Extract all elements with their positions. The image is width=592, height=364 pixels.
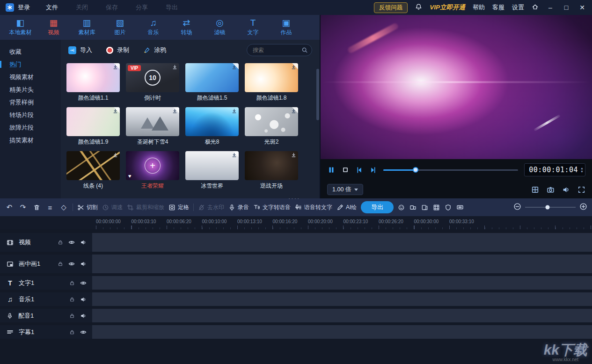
search-input[interactable] [253,47,301,53]
settings-button[interactable]: 设置 [512,3,524,12]
close-button[interactable]: ✕ [578,4,586,11]
tab-music[interactable]: ♫ 音乐 [137,18,170,36]
timecode-up-button[interactable]: ▲ [580,167,584,170]
track-lane[interactable] [92,276,592,290]
thumbnail[interactable] [185,151,239,180]
download-icon[interactable] [231,152,237,158]
thumbnail[interactable] [66,107,120,136]
support-button[interactable]: 客服 [492,3,504,12]
speaker-icon[interactable] [80,296,87,303]
library-item-kings-glory[interactable]: ♥ + 王者荣耀 [126,151,179,190]
zoom-in-icon[interactable] [579,203,587,212]
track-lane[interactable] [92,233,592,252]
playback-speed-select[interactable]: 1.00 倍 [327,184,363,195]
download-icon[interactable] [172,64,178,70]
download-icon[interactable] [112,108,118,114]
thumbnail[interactable] [245,63,298,92]
download-icon[interactable] [291,152,297,158]
track-lane[interactable] [92,255,592,273]
lock-icon[interactable] [69,329,75,335]
cut-button[interactable]: 切割 [77,204,98,211]
sidebar-item-intros[interactable]: 精美片头 [0,83,61,96]
speaker-icon[interactable] [80,239,87,246]
speaker-icon[interactable] [80,261,87,267]
quality-grid-icon[interactable] [531,186,539,194]
scrollbar-thumb[interactable] [316,69,319,120]
download-icon[interactable] [172,108,178,114]
speaker-icon[interactable] [80,313,87,319]
minimize-button[interactable]: – [546,4,555,11]
resize-handle-dots[interactable]: ···· [288,195,300,202]
sidebar-item-hot[interactable]: 热门 [0,58,61,71]
thumbnail[interactable] [185,107,239,136]
freeze-frame-button[interactable]: 定格 [168,204,189,211]
library-item-color-filter-1-9[interactable]: 颜色滤镜1.9 [66,107,120,146]
stop-button[interactable] [342,166,349,174]
volume-icon[interactable] [562,186,570,194]
eye-icon[interactable] [68,261,75,267]
track-lane[interactable] [92,292,592,306]
menu-file[interactable]: 文件 [46,3,58,12]
thumbnail[interactable] [185,63,239,92]
delete-icon[interactable] [32,204,41,211]
mask-shield-icon[interactable] [445,204,452,211]
search-icon[interactable] [301,47,308,53]
sidebar-item-favorites[interactable]: 收藏 [0,45,61,58]
eye-icon[interactable] [80,329,87,335]
library-item-aurora[interactable]: 极光8 [185,107,239,146]
lock-icon[interactable] [69,313,75,319]
library-item-lines[interactable]: 线条 (4) [66,151,120,190]
thumbnail[interactable]: ♥ + [126,151,179,180]
thumbnail[interactable] [245,107,298,136]
doodle-button[interactable]: 涂鸦 [143,46,166,54]
maximize-button[interactable]: □ [562,4,570,11]
record-audio-button[interactable]: 录音 [228,204,249,211]
export-button[interactable]: 导出 [361,201,394,213]
undo-icon[interactable]: ↶ [5,203,14,211]
library-item-countdown[interactable]: VIP 10 倒计时 [126,63,179,102]
split-screen-icon[interactable] [409,204,417,211]
timeline-zoom-slider[interactable] [525,207,576,208]
library-scrollbar[interactable] [316,62,319,217]
tab-text[interactable]: T 文字 [236,18,270,36]
redo-icon[interactable]: ↷ [18,203,28,211]
snapshot-camera-icon[interactable] [547,186,555,194]
download-icon[interactable] [112,64,118,70]
thumbnail[interactable] [245,151,298,180]
tab-picture[interactable]: ▧ 图片 [103,18,137,36]
timecode-down-button[interactable]: ▼ [580,170,584,173]
library-item-color-filter-1-8[interactable]: 颜色滤镜1.8 [245,63,298,102]
library-item-christmas-snow[interactable]: 圣诞树下雪4 [126,107,179,146]
tab-video[interactable]: ▦ 视频 [37,18,70,36]
download-icon[interactable] [291,108,297,114]
record-button[interactable]: 录制 [106,46,129,54]
login-button[interactable]: 登录 [18,3,30,12]
feedback-button[interactable]: 反馈问题 [374,2,408,13]
sidebar-item-glitch[interactable]: 故障片段 [0,121,61,134]
notification-bell-icon[interactable] [415,3,422,12]
pause-button[interactable] [327,166,336,174]
timeline-ruler[interactable]: 00:00:00:00 00:00:03:10 00:00:06:20 00:0… [0,216,592,229]
mosaic-icon[interactable] [433,204,440,211]
fullscreen-icon[interactable] [577,186,585,194]
lock-icon[interactable] [58,261,63,267]
thumbnail[interactable]: VIP 10 [126,63,179,92]
tab-filter[interactable]: ◎ 滤镜 [203,18,236,36]
sidebar-item-funny[interactable]: 搞笑素材 [0,134,61,146]
favorite-icon[interactable]: ♥ [128,173,132,179]
track-lane[interactable] [92,325,592,339]
tab-works[interactable]: ▣ 作品 [270,18,303,36]
seek-bar[interactable] [383,169,518,171]
lock-icon[interactable] [69,280,75,286]
thumbnail[interactable] [126,107,179,136]
library-item-bokeh[interactable]: 光斑2 [245,107,298,146]
sidebar-item-backgrounds[interactable]: 背景样例 [0,96,61,109]
thumbnail[interactable] [66,151,120,180]
thumbnail[interactable] [66,63,120,92]
sticker-icon[interactable] [398,204,405,211]
clip-list-icon[interactable]: ≡ [45,204,55,211]
zoom-out-icon[interactable] [513,203,521,212]
seek-handle[interactable] [413,167,418,173]
vip-upgrade-button[interactable]: VIP立即开通 [430,3,465,12]
help-button[interactable]: 帮助 [473,3,485,12]
